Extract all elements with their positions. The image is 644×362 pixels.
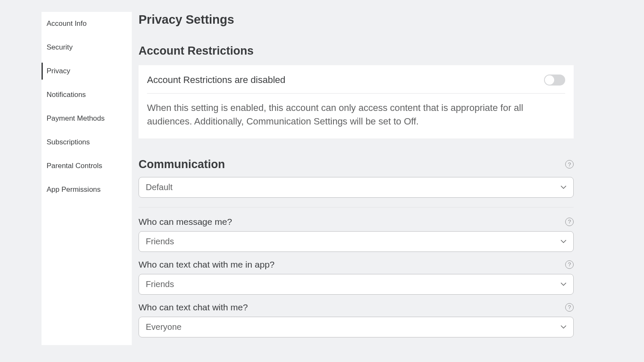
page-title: Privacy Settings: [139, 13, 574, 27]
setting-label: Who can text chat with me?: [139, 302, 248, 312]
help-icon[interactable]: ?: [565, 303, 574, 312]
who-can-chat-in-app-dropdown[interactable]: Friends: [139, 274, 574, 295]
sidebar-item-privacy[interactable]: Privacy: [42, 59, 132, 83]
communication-mode-dropdown[interactable]: Default: [139, 177, 574, 198]
toggle-knob: [545, 75, 554, 85]
help-icon[interactable]: ?: [565, 260, 574, 269]
dropdown-value: Friends: [146, 279, 174, 289]
main-content: Privacy Settings Account Restrictions Ac…: [132, 12, 644, 345]
sidebar-item-parental-controls[interactable]: Parental Controls: [42, 154, 132, 178]
sidebar-item-payment-methods[interactable]: Payment Methods: [42, 107, 132, 130]
sidebar-item-security[interactable]: Security: [42, 36, 132, 59]
account-restrictions-status: Account Restrictions are disabled: [147, 75, 286, 86]
chevron-down-icon: [561, 240, 566, 243]
communication-mode-value: Default: [146, 182, 172, 192]
setting-label: Who can text chat with me in app?: [139, 260, 275, 270]
setting-row-chat-in-app: Who can text chat with me in app? ? Frie…: [139, 260, 574, 295]
setting-row-message: Who can message me? ? Friends: [139, 217, 574, 252]
dropdown-value: Friends: [146, 237, 174, 246]
account-restrictions-description: When this setting is enabled, this accou…: [147, 101, 565, 128]
sidebar-item-notifications[interactable]: Notifications: [42, 83, 132, 107]
sidebar-item-app-permissions[interactable]: App Permissions: [42, 178, 132, 202]
account-restrictions-card: Account Restrictions are disabled When t…: [139, 65, 574, 138]
chevron-down-icon: [561, 282, 566, 286]
settings-sidebar: Account Info Security Privacy Notificati…: [42, 12, 132, 345]
section-title-communication: Communication: [139, 158, 225, 171]
sidebar-item-subscriptions[interactable]: Subscriptions: [42, 130, 132, 154]
divider: [139, 207, 574, 207]
dropdown-value: Everyone: [146, 322, 182, 332]
chevron-down-icon: [561, 325, 566, 329]
setting-label: Who can message me?: [139, 217, 232, 227]
account-restrictions-toggle[interactable]: [544, 75, 565, 86]
setting-row-chat: Who can text chat with me? ? Everyone: [139, 302, 574, 337]
sidebar-item-account-info[interactable]: Account Info: [42, 12, 132, 36]
chevron-down-icon: [561, 185, 566, 189]
who-can-message-dropdown[interactable]: Friends: [139, 231, 574, 252]
section-title-account-restrictions: Account Restrictions: [139, 44, 574, 58]
help-icon[interactable]: ?: [565, 160, 574, 169]
who-can-chat-dropdown[interactable]: Everyone: [139, 317, 574, 337]
help-icon[interactable]: ?: [565, 218, 574, 226]
